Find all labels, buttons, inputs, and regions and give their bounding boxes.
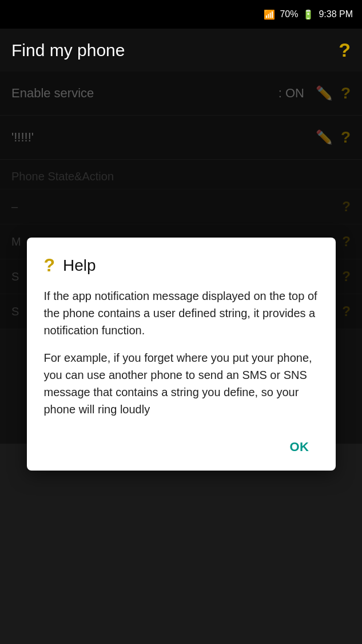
modal-title-row: ? Help [44, 255, 319, 276]
modal-paragraph-1: If the app notification message displaye… [44, 287, 319, 339]
help-dialog: ? Help If the app notification message d… [27, 238, 336, 471]
modal-body: If the app notification message displaye… [44, 287, 319, 418]
app-header: Find my phone ? [0, 29, 362, 72]
main-content: Enable service : ON ✏️ ? '!!!!!' ✏️ ? Ph… [0, 72, 362, 444]
battery-percent: 70% [280, 9, 298, 19]
modal-container: ? Help If the app notification message d… [0, 72, 362, 444]
page-title: Find my phone [11, 41, 125, 60]
status-bar: 📶 70% 🔋 9:38 PM [0, 0, 362, 29]
modal-title: Help [63, 256, 96, 275]
ok-button[interactable]: OK [281, 435, 319, 459]
modal-question-icon: ? [44, 255, 55, 276]
modal-footer: OK [44, 429, 319, 459]
header-help-icon[interactable]: ? [339, 39, 351, 61]
battery-icon: 🔋 [303, 9, 314, 20]
signal-icon: 📶 [264, 9, 275, 20]
modal-paragraph-2: For example, if you forget where you put… [44, 349, 319, 418]
time-display: 9:38 PM [319, 9, 353, 19]
